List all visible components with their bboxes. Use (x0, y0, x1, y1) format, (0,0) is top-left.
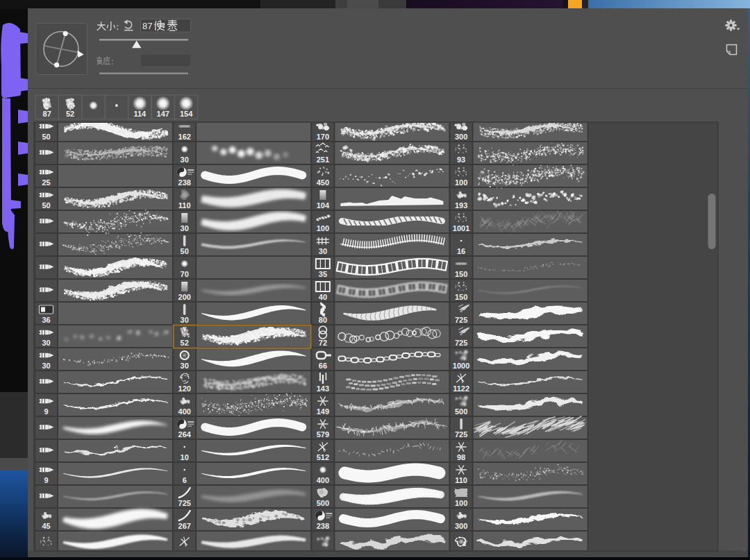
svg-text:9: 9 (44, 407, 48, 416)
svg-text:193: 193 (455, 201, 467, 210)
svg-text:50: 50 (42, 133, 50, 141)
svg-text:264: 264 (178, 430, 192, 439)
svg-text:150: 150 (455, 270, 467, 278)
svg-text:45: 45 (42, 522, 50, 530)
svg-text:30: 30 (42, 362, 50, 370)
svg-text:30: 30 (181, 155, 189, 164)
svg-text:154: 154 (180, 110, 193, 118)
svg-text:725: 725 (455, 316, 467, 324)
svg-text:450: 450 (317, 178, 329, 187)
svg-text:725: 725 (455, 339, 467, 347)
svg-text:170: 170 (317, 133, 329, 141)
svg-text:87: 87 (142, 21, 152, 31)
svg-text:147: 147 (157, 110, 169, 118)
svg-text:70: 70 (181, 270, 189, 278)
svg-text:30: 30 (319, 247, 327, 255)
svg-text:100: 100 (317, 224, 329, 232)
svg-text:251: 251 (317, 155, 329, 164)
svg-text:98: 98 (457, 453, 465, 461)
svg-text:150: 150 (455, 293, 467, 301)
svg-text:50: 50 (181, 247, 189, 255)
svg-text:52: 52 (181, 339, 189, 347)
svg-text:6: 6 (183, 476, 187, 484)
svg-text:93: 93 (457, 155, 465, 164)
svg-text:100: 100 (455, 178, 467, 187)
svg-text:87: 87 (43, 110, 51, 118)
svg-text:50: 50 (42, 201, 50, 210)
svg-text:40: 40 (319, 293, 327, 301)
svg-text:400: 400 (178, 407, 191, 416)
svg-text:30: 30 (181, 316, 189, 324)
svg-text:10: 10 (181, 453, 189, 461)
svg-text:9: 9 (44, 476, 48, 484)
svg-text:512: 512 (317, 453, 329, 461)
svg-text:200: 200 (178, 293, 191, 301)
svg-text:238: 238 (178, 178, 191, 187)
svg-text:110: 110 (178, 201, 191, 210)
svg-text:25: 25 (42, 178, 50, 187)
svg-text:110: 110 (455, 476, 467, 484)
svg-text:267: 267 (178, 522, 191, 530)
svg-text:104: 104 (317, 201, 330, 210)
svg-text:300: 300 (455, 133, 467, 141)
svg-text:725: 725 (178, 499, 191, 507)
svg-text:52: 52 (66, 110, 74, 118)
svg-text:143: 143 (317, 384, 329, 393)
svg-text:400: 400 (317, 476, 329, 484)
svg-text:16: 16 (457, 247, 465, 255)
svg-text:114: 114 (133, 110, 147, 118)
svg-text:149: 149 (317, 407, 329, 416)
svg-text:500: 500 (317, 499, 329, 507)
svg-text:30: 30 (42, 339, 50, 347)
svg-text:72: 72 (319, 339, 327, 347)
svg-text:100: 100 (455, 499, 467, 507)
svg-text:120: 120 (178, 384, 191, 393)
svg-text:300: 300 (455, 522, 467, 530)
svg-text:80: 80 (319, 316, 327, 324)
svg-text:500: 500 (455, 407, 467, 416)
svg-text:36: 36 (42, 316, 50, 324)
svg-text:35: 35 (319, 270, 327, 278)
svg-text:725: 725 (455, 430, 467, 439)
svg-text:1122: 1122 (453, 384, 469, 393)
svg-text:30: 30 (181, 224, 189, 232)
svg-text:162: 162 (178, 133, 191, 141)
svg-text:1001: 1001 (453, 224, 469, 232)
svg-text:238: 238 (317, 522, 329, 530)
svg-text:579: 579 (317, 430, 329, 439)
svg-text:30: 30 (181, 362, 189, 370)
svg-text:1000: 1000 (453, 362, 469, 370)
svg-text:66: 66 (319, 362, 327, 370)
